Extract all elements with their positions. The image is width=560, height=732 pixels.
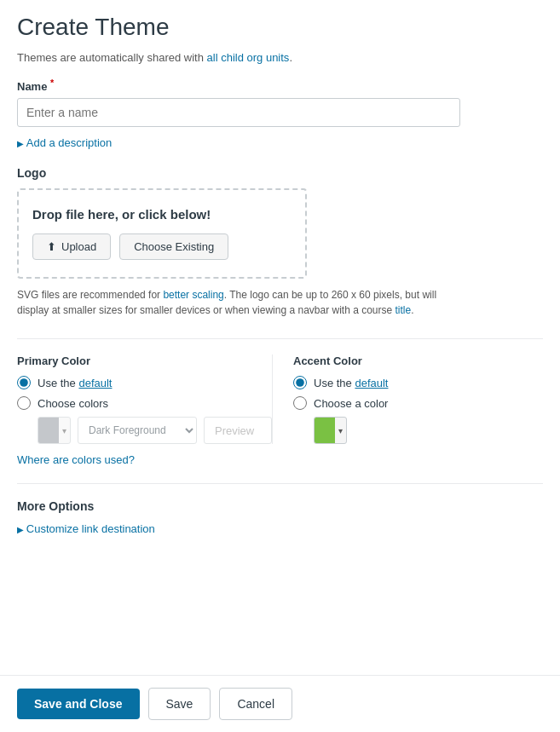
logo-hint: SVG files are recommended for better sca… xyxy=(17,287,460,318)
accent-use-default-row: Use the default xyxy=(293,376,543,389)
footer-bar: Save and Close Save Cancel xyxy=(0,675,560,732)
name-field-container: Name * xyxy=(17,78,543,127)
accent-swatch-arrow: ▾ xyxy=(335,426,346,435)
where-colors-link[interactable]: Where are colors used? xyxy=(17,452,543,466)
accent-choose-label: Choose a color xyxy=(314,397,388,410)
primary-color-section: Primary Color Use the default Choose col… xyxy=(17,354,272,444)
primary-default-link[interactable]: default xyxy=(78,377,112,389)
logo-section-label: Logo xyxy=(17,166,543,180)
add-description-link[interactable]: Add a description xyxy=(17,135,543,149)
upload-button[interactable]: ⬆ Upload xyxy=(32,233,111,260)
primary-swatch-arrow: ▾ xyxy=(59,426,70,435)
accent-swatch-button[interactable]: ▾ xyxy=(314,417,347,444)
primary-choose-label: Choose colors xyxy=(38,397,108,410)
accent-color-title: Accent Color xyxy=(293,354,543,367)
accent-color-section: Accent Color Use the default Choose a co… xyxy=(272,354,543,444)
more-options-label: More Options xyxy=(17,499,543,513)
colors-row: Primary Color Use the default Choose col… xyxy=(17,354,543,444)
logo-dropzone[interactable]: Drop file here, or click below! ⬆ Upload… xyxy=(17,188,307,279)
primary-color-controls: ▾ Dark Foreground Light Foreground Previ… xyxy=(38,417,272,444)
better-scaling-link[interactable]: better scaling xyxy=(163,289,223,301)
divider xyxy=(17,338,543,339)
drop-text: Drop file here, or click below! xyxy=(32,207,292,222)
primary-swatch xyxy=(38,418,59,443)
more-options-section: More Options Customize link destination xyxy=(17,499,543,535)
primary-default-label: Use the default xyxy=(38,377,112,389)
accent-default-link[interactable]: default xyxy=(355,377,388,389)
accent-choose-radio[interactable] xyxy=(293,396,307,410)
name-input[interactable] xyxy=(17,98,460,127)
accent-color-controls: ▾ xyxy=(314,417,543,444)
primary-choose-radio[interactable] xyxy=(17,396,31,410)
choose-existing-button[interactable]: Choose Existing xyxy=(119,233,228,260)
primary-use-default-row: Use the default xyxy=(17,376,272,389)
subtitle-text: Themes are automatically shared with all… xyxy=(17,51,543,64)
save-button[interactable]: Save xyxy=(148,688,211,720)
child-org-link[interactable]: all child org units xyxy=(207,51,290,64)
customize-link[interactable]: Customize link destination xyxy=(17,522,543,535)
accent-swatch xyxy=(315,418,335,443)
primary-choose-row: Choose colors xyxy=(17,396,272,410)
primary-swatch-button[interactable]: ▾ xyxy=(38,417,71,444)
save-close-button[interactable]: Save and Close xyxy=(17,689,140,719)
divider-2 xyxy=(17,483,543,484)
accent-default-label: Use the default xyxy=(314,377,388,389)
cancel-button[interactable]: Cancel xyxy=(219,688,292,720)
primary-color-title: Primary Color xyxy=(17,354,272,367)
name-label: Name * xyxy=(17,78,543,93)
title-link[interactable]: title xyxy=(395,304,412,316)
accent-choose-row: Choose a color xyxy=(293,396,543,410)
primary-default-radio[interactable] xyxy=(17,376,31,389)
preview-box: Preview xyxy=(204,417,272,444)
page-title: Create Theme xyxy=(17,14,543,41)
accent-default-radio[interactable] xyxy=(293,376,307,389)
foreground-select[interactable]: Dark Foreground Light Foreground xyxy=(78,417,197,444)
upload-icon: ⬆ xyxy=(47,240,56,253)
